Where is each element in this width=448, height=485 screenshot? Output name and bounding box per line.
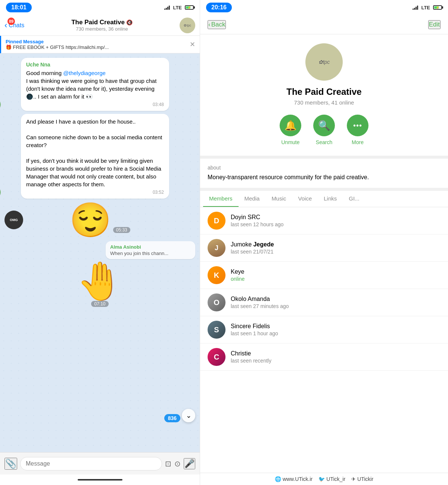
telegram-text: UTickir — [357, 476, 373, 482]
list-item[interactable]: O Okolo Amanda last seen 27 minutes ago — [200, 289, 448, 316]
members-list[interactable]: D Doyin SRC last seen 12 hours ago J Jum… — [200, 207, 448, 473]
hand-time-label: 07:10 — [91, 301, 108, 307]
message-bubble-2: And please I have a question for the hou… — [21, 114, 169, 199]
mute-icon: 🔇 — [126, 19, 133, 25]
avatar-jumoke: J — [208, 239, 225, 257]
member-info-christie: Christie last seen recently — [231, 350, 441, 364]
search-label: Search — [316, 139, 332, 145]
pinned-message-bar[interactable]: Pinned Message 🎁 FREE EBOOK + GIFTS http… — [0, 36, 200, 53]
list-item[interactable]: C Christie last seen recently — [200, 343, 448, 371]
header-info: The Paid Creative 🔇 730 members, 36 onli… — [24, 19, 180, 32]
signal-icons-left: LTE ⚡ — [164, 5, 194, 10]
list-item[interactable]: D Doyin SRC last seen 12 hours ago — [200, 207, 448, 234]
close-pinned-button[interactable]: ✕ — [190, 40, 195, 49]
tab-music[interactable]: Music — [265, 191, 292, 207]
member-name-okolo: Okolo Amanda — [231, 296, 441, 302]
chat-area[interactable]: UN Uche Nna Good morning @thelydiageorge… — [0, 53, 200, 452]
lte-label-left: LTE — [173, 5, 182, 10]
avatar-sincere: S — [208, 321, 225, 339]
list-item[interactable]: J Jumoke Jegede last seen 21/07/21 — [200, 234, 448, 262]
battery-icon-right: ⚡ — [433, 5, 442, 10]
reply-text: When you join this chann... — [110, 251, 191, 256]
more-circle: ••• — [347, 115, 368, 136]
twitter-text: UTick_ir — [326, 476, 345, 482]
avatar-christie: C — [208, 348, 225, 366]
face-emoji: 😌 — [69, 201, 111, 239]
member-status-christie: last seen recently — [231, 358, 441, 364]
omg-sticker: OMG — [4, 211, 23, 229]
unmute-circle: 🔔 — [280, 115, 301, 136]
hand-emoji-area: 🤚 07:10 — [4, 262, 195, 307]
message-group-2: And please I have a question for the hou… — [4, 114, 195, 199]
action-buttons: 🔔 Unmute 🔍 Search ••• More — [280, 115, 368, 145]
tabs-section: Members Media Music Voice Links GI... — [200, 188, 448, 207]
back-chats-button[interactable]: 89 ‹ Chats — [4, 21, 24, 30]
clock-icon[interactable]: ⊙ — [174, 459, 181, 468]
left-panel: 18:01 LTE ⚡ 89 ‹ Chats The Paid Creative — [0, 0, 200, 485]
home-bar — [78, 479, 122, 481]
search-icon: 🔍 — [318, 120, 330, 131]
member-name-jumoke: Jumoke Jegede — [231, 241, 441, 248]
unmute-label: Unmute — [281, 139, 299, 145]
format-icon[interactable]: ⊡ — [165, 459, 171, 468]
chat-subtitle: 730 members, 36 online — [76, 26, 128, 32]
chat-avatar[interactable]: ✿tpc — [180, 18, 195, 33]
member-status-jumoke: last seen 21/07/21 — [231, 249, 441, 255]
sender-avatar-1: UN — [0, 98, 1, 111]
pinned-text: Pinned Message 🎁 FREE EBOOK + GIFTS http… — [6, 39, 187, 50]
notification-badge: 89 — [7, 18, 15, 25]
list-item[interactable]: K Keye online — [200, 262, 448, 289]
more-icon: ••• — [353, 121, 362, 130]
chat-header: 89 ‹ Chats The Paid Creative 🔇 730 membe… — [0, 15, 200, 36]
pinned-content: 🎁 FREE EBOOK + GIFTS https://mailchi.mp/… — [6, 44, 187, 50]
twitter-icon: 🐦 — [318, 476, 325, 482]
signal-icons-right: LTE ⚡ — [413, 5, 442, 10]
member-name-keye: Keye — [231, 268, 441, 275]
emoji-time-label: 05:33 — [113, 227, 130, 233]
right-panel: 20:16 LTE ⚡ ‹ Back Edit ✿tpc The Paid — [200, 0, 448, 485]
member-name-sincere: Sincere Fidelis — [231, 323, 441, 330]
hand-emoji: 🤚 — [77, 260, 123, 302]
message-input[interactable] — [20, 457, 162, 470]
watermark-bar: 🌐 www.UTick.ir 🐦 UTick_ir ✈ UTickir — [200, 473, 448, 485]
microphone-button[interactable]: 🎤 — [184, 458, 195, 469]
member-info-okolo: Okolo Amanda last seen 27 minutes ago — [231, 296, 441, 309]
profile-name: The Paid Creative — [286, 87, 361, 97]
scroll-down-button[interactable]: ⌄ — [182, 409, 195, 422]
signal-bars-right — [413, 5, 418, 10]
list-item[interactable]: S Sincere Fidelis last seen 1 hour ago — [200, 316, 448, 343]
back-button-right[interactable]: ‹ Back — [208, 20, 226, 29]
member-info-sincere: Sincere Fidelis last seen 1 hour ago — [231, 323, 441, 336]
chevron-down-icon: ⌄ — [186, 411, 192, 420]
message-bubble-1: Uche Nna Good morning @thelydiageorge I … — [21, 58, 169, 111]
tab-voice[interactable]: Voice — [292, 191, 318, 207]
tab-media[interactable]: Media — [239, 191, 266, 207]
tab-links[interactable]: Links — [318, 191, 343, 207]
input-icons: ⊡ ⊙ — [165, 459, 181, 468]
battery-icon-left: ⚡ — [185, 5, 194, 10]
sender-avatar-2 — [0, 186, 1, 199]
unmute-action[interactable]: 🔔 Unmute — [280, 115, 301, 145]
telegram-icon: ✈ — [351, 476, 356, 482]
more-action[interactable]: ••• More — [347, 115, 368, 145]
watermark-twitter: 🐦 UTick_ir — [318, 476, 345, 482]
about-text: Money-transparent resource community for… — [208, 173, 441, 182]
message-time-2: 03:52 — [26, 190, 164, 195]
member-info-jumoke: Jumoke Jegede last seen 21/07/21 — [231, 241, 441, 255]
member-info-doyin: Doyin SRC last seen 12 hours ago — [231, 214, 441, 227]
attach-button[interactable]: 📎 — [4, 458, 17, 470]
tab-gifs[interactable]: GI... — [343, 191, 365, 207]
tab-members[interactable]: Members — [203, 191, 239, 207]
status-bar-left: 18:01 LTE ⚡ — [0, 0, 200, 15]
edit-button[interactable]: Edit — [428, 20, 441, 29]
profile-members: 730 members, 41 online — [294, 99, 354, 106]
search-circle: 🔍 — [313, 115, 335, 136]
reply-sender: Alma Asinobi — [110, 244, 191, 250]
tabs-bar: Members Media Music Voice Links GI... — [200, 191, 448, 207]
message-text-1: Good morning @thelydiageorge I was think… — [26, 69, 164, 100]
search-action[interactable]: 🔍 Search — [313, 115, 335, 145]
pinned-label: Pinned Message — [6, 39, 187, 44]
emoji-sticker-area: OMG 😌 05:33 — [4, 203, 195, 237]
about-section: about Money-transparent resource communi… — [200, 156, 448, 188]
back-label-right: Back — [211, 21, 225, 28]
